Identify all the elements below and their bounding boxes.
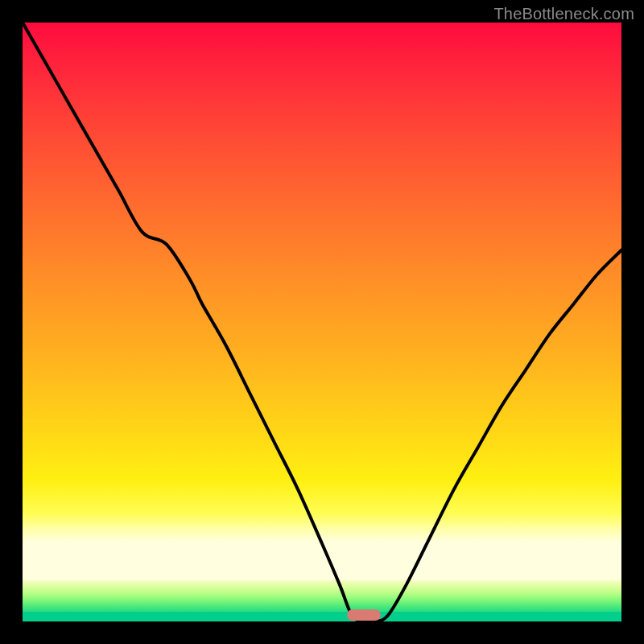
valley-marker-pill [347,609,381,621]
watermark-text: TheBottleneck.com [493,5,634,23]
bottleneck-curve [23,23,621,622]
curve-svg [23,23,621,621]
chart-frame: TheBottleneck.com [0,0,644,644]
